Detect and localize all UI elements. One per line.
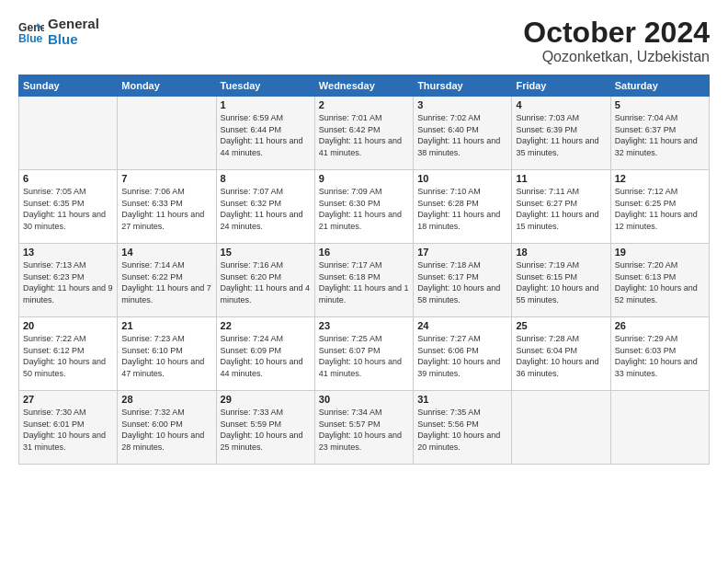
calendar-cell: 13Sunrise: 7:13 AM Sunset: 6:23 PM Dayli… <box>19 244 118 317</box>
calendar-cell: 23Sunrise: 7:25 AM Sunset: 6:07 PM Dayli… <box>314 317 413 391</box>
calendar-cell: 27Sunrise: 7:30 AM Sunset: 6:01 PM Dayli… <box>19 391 118 465</box>
day-info: Sunrise: 7:16 AM Sunset: 6:20 PM Dayligh… <box>221 259 311 305</box>
day-info: Sunrise: 7:06 AM Sunset: 6:33 PM Dayligh… <box>121 186 211 232</box>
day-info: Sunrise: 7:24 AM Sunset: 6:09 PM Dayligh… <box>221 333 311 379</box>
calendar-cell: 17Sunrise: 7:18 AM Sunset: 6:17 PM Dayli… <box>414 244 512 317</box>
day-number: 22 <box>221 320 311 331</box>
day-info: Sunrise: 7:13 AM Sunset: 6:23 PM Dayligh… <box>23 259 113 305</box>
day-number: 26 <box>615 320 705 331</box>
day-number: 13 <box>23 247 113 258</box>
day-number: 20 <box>23 320 113 331</box>
calendar-cell: 24Sunrise: 7:27 AM Sunset: 6:06 PM Dayli… <box>414 317 512 391</box>
weekday-header: Sunday <box>19 75 118 97</box>
calendar-cell <box>610 391 709 465</box>
logo-general: General <box>48 17 99 32</box>
day-number: 11 <box>516 173 606 184</box>
day-number: 8 <box>221 173 311 184</box>
day-number: 12 <box>615 173 705 184</box>
calendar-cell: 21Sunrise: 7:23 AM Sunset: 6:10 PM Dayli… <box>118 317 216 391</box>
header-row: SundayMondayTuesdayWednesdayThursdayFrid… <box>19 75 710 97</box>
calendar-cell: 10Sunrise: 7:10 AM Sunset: 6:28 PM Dayli… <box>414 170 512 244</box>
calendar-week-row: 27Sunrise: 7:30 AM Sunset: 6:01 PM Dayli… <box>19 391 710 465</box>
calendar-week-row: 6Sunrise: 7:05 AM Sunset: 6:35 PM Daylig… <box>19 170 710 244</box>
day-number: 17 <box>417 247 507 258</box>
svg-text:Blue: Blue <box>18 32 43 45</box>
day-info: Sunrise: 7:30 AM Sunset: 6:01 PM Dayligh… <box>23 407 113 453</box>
day-info: Sunrise: 7:07 AM Sunset: 6:32 PM Dayligh… <box>221 186 311 232</box>
calendar-cell: 16Sunrise: 7:17 AM Sunset: 6:18 PM Dayli… <box>314 244 413 317</box>
day-number: 30 <box>319 394 409 405</box>
day-info: Sunrise: 7:33 AM Sunset: 5:59 PM Dayligh… <box>221 407 311 453</box>
weekday-header: Saturday <box>610 75 709 97</box>
weekday-header: Thursday <box>414 75 512 97</box>
header: General Blue General Blue October 2024 Q… <box>18 17 710 65</box>
day-number: 28 <box>121 394 211 405</box>
weekday-header: Tuesday <box>216 75 314 97</box>
calendar-cell: 29Sunrise: 7:33 AM Sunset: 5:59 PM Dayli… <box>216 391 314 465</box>
day-number: 1 <box>221 99 311 110</box>
calendar-cell <box>512 391 610 465</box>
calendar-cell: 31Sunrise: 7:35 AM Sunset: 5:56 PM Dayli… <box>414 391 512 465</box>
calendar-cell <box>19 97 118 170</box>
logo: General Blue General Blue <box>18 17 99 47</box>
day-info: Sunrise: 6:59 AM Sunset: 6:44 PM Dayligh… <box>221 112 311 158</box>
day-number: 6 <box>23 173 113 184</box>
day-info: Sunrise: 7:27 AM Sunset: 6:06 PM Dayligh… <box>417 333 507 379</box>
calendar-week-row: 13Sunrise: 7:13 AM Sunset: 6:23 PM Dayli… <box>19 244 710 317</box>
calendar-cell: 20Sunrise: 7:22 AM Sunset: 6:12 PM Dayli… <box>19 317 118 391</box>
day-info: Sunrise: 7:05 AM Sunset: 6:35 PM Dayligh… <box>23 186 113 232</box>
day-number: 15 <box>221 247 311 258</box>
day-info: Sunrise: 7:17 AM Sunset: 6:18 PM Dayligh… <box>319 259 409 305</box>
logo-icon: General Blue <box>18 19 44 45</box>
day-info: Sunrise: 7:04 AM Sunset: 6:37 PM Dayligh… <box>615 112 705 158</box>
calendar-cell: 6Sunrise: 7:05 AM Sunset: 6:35 PM Daylig… <box>19 170 118 244</box>
day-info: Sunrise: 7:22 AM Sunset: 6:12 PM Dayligh… <box>23 333 113 379</box>
logo-blue: Blue <box>48 32 99 48</box>
calendar-cell: 4Sunrise: 7:03 AM Sunset: 6:39 PM Daylig… <box>512 97 610 170</box>
calendar-cell: 5Sunrise: 7:04 AM Sunset: 6:37 PM Daylig… <box>610 97 709 170</box>
calendar-cell: 2Sunrise: 7:01 AM Sunset: 6:42 PM Daylig… <box>314 97 413 170</box>
weekday-header: Friday <box>512 75 610 97</box>
day-info: Sunrise: 7:28 AM Sunset: 6:04 PM Dayligh… <box>516 333 606 379</box>
day-number: 7 <box>121 173 211 184</box>
day-number: 4 <box>516 99 606 110</box>
calendar-cell: 28Sunrise: 7:32 AM Sunset: 6:00 PM Dayli… <box>118 391 216 465</box>
calendar-cell: 8Sunrise: 7:07 AM Sunset: 6:32 PM Daylig… <box>216 170 314 244</box>
day-number: 29 <box>221 394 311 405</box>
day-info: Sunrise: 7:25 AM Sunset: 6:07 PM Dayligh… <box>319 333 409 379</box>
day-number: 18 <box>516 247 606 258</box>
day-info: Sunrise: 7:09 AM Sunset: 6:30 PM Dayligh… <box>319 186 409 232</box>
day-number: 23 <box>319 320 409 331</box>
calendar-table: SundayMondayTuesdayWednesdayThursdayFrid… <box>18 75 710 465</box>
day-number: 16 <box>319 247 409 258</box>
calendar-cell: 12Sunrise: 7:12 AM Sunset: 6:25 PM Dayli… <box>610 170 709 244</box>
day-number: 25 <box>516 320 606 331</box>
day-number: 2 <box>319 99 409 110</box>
day-info: Sunrise: 7:20 AM Sunset: 6:13 PM Dayligh… <box>615 259 705 305</box>
day-info: Sunrise: 7:32 AM Sunset: 6:00 PM Dayligh… <box>121 407 211 453</box>
day-number: 5 <box>615 99 705 110</box>
day-info: Sunrise: 7:23 AM Sunset: 6:10 PM Dayligh… <box>121 333 211 379</box>
day-info: Sunrise: 7:19 AM Sunset: 6:15 PM Dayligh… <box>516 259 606 305</box>
calendar-cell: 14Sunrise: 7:14 AM Sunset: 6:22 PM Dayli… <box>118 244 216 317</box>
day-info: Sunrise: 7:02 AM Sunset: 6:40 PM Dayligh… <box>417 112 507 158</box>
calendar-cell: 25Sunrise: 7:28 AM Sunset: 6:04 PM Dayli… <box>512 317 610 391</box>
calendar-cell: 11Sunrise: 7:11 AM Sunset: 6:27 PM Dayli… <box>512 170 610 244</box>
day-info: Sunrise: 7:11 AM Sunset: 6:27 PM Dayligh… <box>516 186 606 232</box>
day-number: 14 <box>121 247 211 258</box>
day-info: Sunrise: 7:03 AM Sunset: 6:39 PM Dayligh… <box>516 112 606 158</box>
calendar-cell: 22Sunrise: 7:24 AM Sunset: 6:09 PM Dayli… <box>216 317 314 391</box>
day-number: 3 <box>417 99 507 110</box>
day-info: Sunrise: 7:29 AM Sunset: 6:03 PM Dayligh… <box>615 333 705 379</box>
calendar-cell: 1Sunrise: 6:59 AM Sunset: 6:44 PM Daylig… <box>216 97 314 170</box>
calendar-cell: 26Sunrise: 7:29 AM Sunset: 6:03 PM Dayli… <box>610 317 709 391</box>
calendar-week-row: 1Sunrise: 6:59 AM Sunset: 6:44 PM Daylig… <box>19 97 710 170</box>
day-number: 31 <box>417 394 507 405</box>
day-number: 9 <box>319 173 409 184</box>
calendar-cell: 7Sunrise: 7:06 AM Sunset: 6:33 PM Daylig… <box>118 170 216 244</box>
month-title: October 2024 <box>523 17 710 49</box>
calendar-cell: 19Sunrise: 7:20 AM Sunset: 6:13 PM Dayli… <box>610 244 709 317</box>
calendar-week-row: 20Sunrise: 7:22 AM Sunset: 6:12 PM Dayli… <box>19 317 710 391</box>
day-number: 10 <box>417 173 507 184</box>
day-info: Sunrise: 7:10 AM Sunset: 6:28 PM Dayligh… <box>417 186 507 232</box>
